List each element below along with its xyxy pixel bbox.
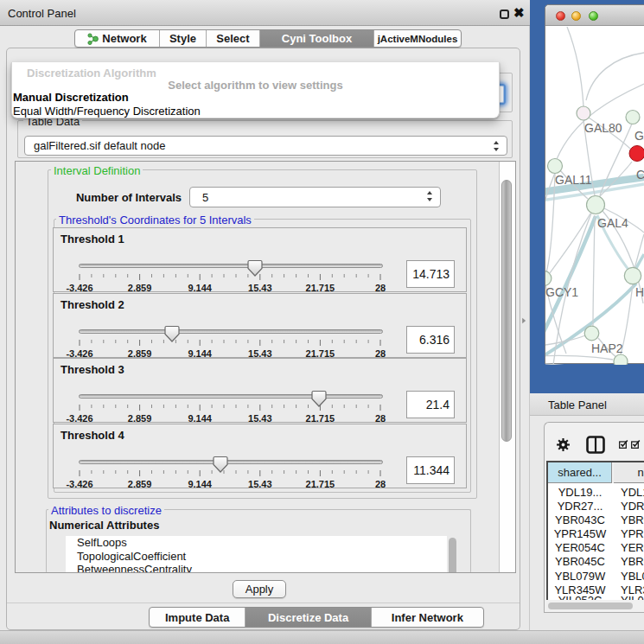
svg-text:GAL4: GAL4: [597, 216, 628, 230]
svg-text:GAL80: GAL80: [584, 121, 622, 135]
svg-text:C: C: [636, 168, 644, 182]
svg-text:GCY1: GCY1: [545, 285, 578, 299]
svg-text:HI: HI: [635, 285, 644, 299]
svg-text:GA: GA: [634, 129, 644, 143]
svg-text:GAL11: GAL11: [555, 173, 592, 187]
svg-text:HAP2: HAP2: [591, 341, 623, 355]
